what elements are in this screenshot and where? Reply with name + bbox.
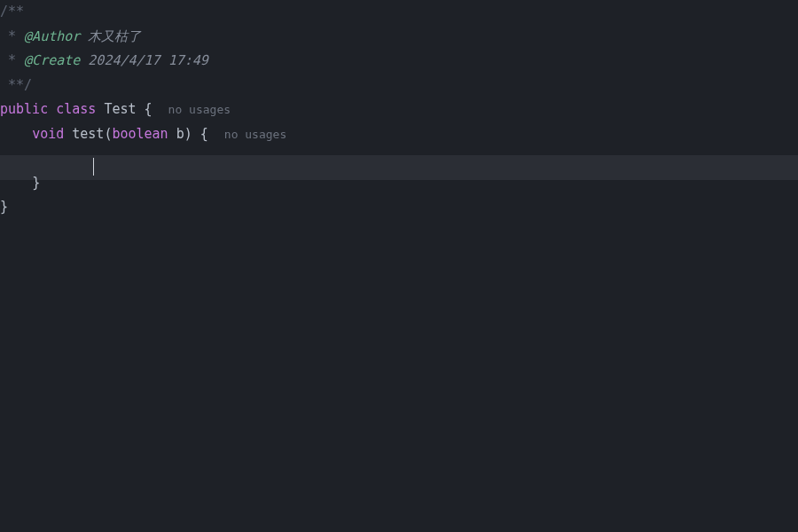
indent [0,175,32,191]
code-line-current[interactable] [0,146,798,171]
code-line[interactable]: public class Test {no usages [0,98,798,122]
indent [0,150,64,166]
code-content[interactable]: /** * @Author 木又枯了 * @Create 2024/4/17 1… [0,0,798,220]
doc-val-create: 2024/4/17 17:49 [80,52,208,68]
doc-star: * [0,52,24,68]
doc-open: /** [0,4,24,20]
class-name: Test [104,101,136,117]
inlay-hint-no-usages: no usages [224,128,286,141]
kw-boolean: boolean [112,126,168,142]
param-b: b [176,126,184,142]
space [192,126,200,142]
doc-star: * [0,28,24,44]
doc-tag-author: @Author [24,28,80,44]
code-editor[interactable]: /** * @Author 木又枯了 * @Create 2024/4/17 1… [0,0,798,532]
code-line[interactable]: **/ [0,74,798,98]
brace-open: { [145,101,153,117]
code-line[interactable]: * @Create 2024/4/17 17:49 [0,49,798,74]
indent [0,126,32,142]
rparen: ) [184,126,192,142]
method-name: test [72,126,104,142]
text-caret [93,158,94,176]
brace-close: } [32,175,40,191]
brace-close: } [0,199,8,215]
space [137,101,145,117]
kw-public: public [0,101,48,117]
code-line[interactable]: } [0,195,798,220]
kw-void: void [32,126,64,142]
code-line[interactable]: void test(boolean b) {no usages [0,122,798,147]
space [48,101,56,117]
kw-class: class [56,101,96,117]
space [168,126,176,142]
code-line[interactable]: /** [0,0,798,25]
code-line[interactable]: * @Author 木又枯了 [0,25,798,50]
code-line[interactable]: } [0,171,798,196]
doc-close: **/ [0,77,32,93]
doc-tag-create: @Create [24,52,80,68]
space [64,126,72,142]
doc-val-author: 木又枯了 [80,28,141,44]
brace-open: { [200,126,208,142]
inlay-hint-no-usages: no usages [168,103,231,116]
